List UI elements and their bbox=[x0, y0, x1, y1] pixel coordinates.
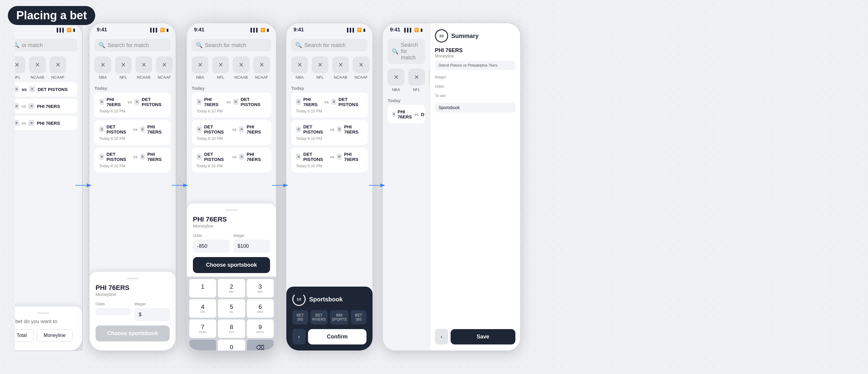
search-icon-1: 🔍 bbox=[13, 42, 19, 49]
team2-1-1: DET PISTONS bbox=[38, 87, 68, 92]
cat-label-nfl: NFL bbox=[13, 75, 21, 80]
back-btn-5[interactable]: ‹ bbox=[435, 329, 448, 344]
numpad-3: 1 2ABC 3DEF 4GHI 5JKL 6MNO 7PQRS 8TUV 9W… bbox=[187, 277, 276, 350]
match-3-1[interactable]: ✕ PHI 76ERS vs ✕ DET PISTONS Today 6:10 … bbox=[192, 93, 271, 118]
summary-title: Summary bbox=[451, 33, 478, 39]
sportsbook-sheet-4: 1/2 Sportsbook BET 365 BET RIVERS 888 SP… bbox=[286, 287, 373, 350]
key-8[interactable]: 8TUV bbox=[218, 319, 245, 338]
key-2[interactable]: 2ABC bbox=[218, 279, 245, 298]
moneyline-btn[interactable]: Moneyline bbox=[37, 330, 73, 341]
match-row-1-1[interactable]: ✕ vs ✕ DET PISTONS bbox=[8, 82, 78, 96]
bet-type-question: of bet do you want to bbox=[10, 318, 76, 324]
bet-type-sheet: of bet do you want to Total Moneyline bbox=[4, 307, 82, 350]
key-0[interactable]: 0 bbox=[218, 340, 245, 350]
summary-header: 2/2 Summary bbox=[435, 29, 516, 42]
battery-icon: ▮ bbox=[73, 28, 75, 32]
search-ph-2: Search for match bbox=[107, 42, 149, 49]
cat-ncaaf-2[interactable]: ✕NCAAF bbox=[156, 56, 173, 80]
phone-3: 9:41 ▌▌▌🛜▮ 🔍 Search for match ✕NBA ✕NFL … bbox=[186, 23, 277, 351]
key-1[interactable]: 1 bbox=[189, 279, 216, 298]
save-btn-5[interactable]: Save bbox=[451, 329, 516, 344]
wager-group-2: Wager $ bbox=[134, 302, 170, 321]
vs-1-2: vs bbox=[22, 104, 26, 108]
summary-sportsbook-value: Sportsbook bbox=[435, 103, 516, 113]
sb-opt-3[interactable]: 888 SPORTS bbox=[330, 310, 348, 324]
key-empty bbox=[189, 340, 216, 350]
choose-sportsbook-btn-3[interactable]: Choose sportsbook bbox=[193, 257, 270, 273]
bet-form-active-3: PHI 76ERS Moneyline Odds -850 Wager $100… bbox=[187, 204, 276, 350]
confirm-row-4: ‹ Confirm bbox=[292, 329, 367, 344]
match-5-1[interactable]: ✕ PHI 76ERS vs D bbox=[388, 105, 425, 124]
phone-1: ▌▌▌ 🛜 ▮ 🔍 or match ✕ NFL ✕ NCAAB ✕ NCAAF bbox=[3, 23, 83, 351]
key-9[interactable]: 9WXYZ bbox=[247, 319, 274, 338]
cat-label-ncaab: NCAAB bbox=[31, 75, 44, 80]
cat-label-ncaaf: NCAAF bbox=[51, 75, 64, 80]
match-row-1-2[interactable]: ✕ vs ✕ PHI 76ERS bbox=[8, 99, 78, 113]
sb-opt-4[interactable]: BET 365 bbox=[351, 310, 367, 324]
wager-display-3[interactable]: $100 bbox=[233, 240, 270, 253]
match-4-1[interactable]: ✕ PHI 76ERS vs ✕ DET PISTONS Today 6:10 … bbox=[291, 93, 368, 118]
search-icon-2: 🔍 bbox=[98, 42, 105, 49]
key-backspace[interactable]: ⌫ bbox=[247, 340, 274, 350]
progress-circle-4: 1/2 bbox=[292, 293, 306, 306]
search-bar-1[interactable]: 🔍 or match bbox=[8, 39, 78, 52]
choose-sportsbook-btn-2[interactable]: Choose sportsbook bbox=[96, 325, 170, 341]
match-4-2[interactable]: ✕ DET PISTONS vs ✕ PHI 76ERS Today 6:10 … bbox=[291, 120, 368, 145]
cat-ncaab[interactable]: ✕ NCAAB bbox=[29, 56, 46, 80]
key-5[interactable]: 5JKL bbox=[218, 299, 245, 318]
wager-input-2[interactable]: $ bbox=[134, 308, 170, 321]
match-x-5: ✕ bbox=[13, 120, 19, 126]
bet-form-type-2: Moneyline bbox=[96, 292, 170, 297]
odds-group-2: Odds bbox=[96, 302, 131, 321]
status-icons-2: ▌▌▌🛜▮ bbox=[150, 28, 168, 32]
match-x-4: ✕ bbox=[28, 103, 34, 109]
sb-opt-1[interactable]: BET 365 bbox=[292, 310, 308, 324]
match-2-2[interactable]: ✕ DET PISTONS vs ✕ PHI 76ERS Today 6:10 … bbox=[94, 120, 171, 145]
cat-nfl-2[interactable]: ✕NFL bbox=[115, 56, 132, 80]
section-today-2: Today bbox=[90, 82, 176, 93]
match-4-3[interactable]: ✕ DET PISTONS vs ✕ PHI 76ERS Today 6:10 … bbox=[291, 147, 368, 173]
phone-2: 9:41 ▌▌▌🛜▮ 🔍 Search for match ✕NBA ✕NFL … bbox=[89, 23, 176, 351]
cat-ncaaf[interactable]: ✕ NCAAF bbox=[50, 56, 66, 80]
match-row-1-3[interactable]: ✕ vs ✕ PHI 76ERS bbox=[8, 116, 78, 130]
match-2-3[interactable]: ✕ DET PISTONS vs ✕ PHI 76ERS Today 6:10 … bbox=[94, 147, 171, 173]
search-bar-4[interactable]: 🔍 Search for match bbox=[291, 39, 368, 52]
key-7[interactable]: 7PQRS bbox=[189, 319, 216, 338]
team2-1-3: PHI 76ERS bbox=[37, 121, 60, 126]
confirm-btn-4[interactable]: Confirm bbox=[308, 329, 367, 344]
phone-4: 9:41 ▌▌▌🛜▮ 🔍 Search for match ✕NBA ✕NFL … bbox=[286, 23, 373, 351]
match-3-2[interactable]: ✕ DET PISTONS vs ✕ PHI 76ERS Today 6:10 … bbox=[192, 120, 271, 145]
key-4[interactable]: 4GHI bbox=[189, 299, 216, 318]
match-2-1[interactable]: ✕ PHI 76ERS vs ✕ DET PISTONS Today 6:10 … bbox=[94, 93, 171, 118]
back-btn-4[interactable]: ‹ bbox=[292, 329, 306, 344]
cat-ncaab-2[interactable]: ✕NCAAB bbox=[135, 56, 152, 80]
total-btn[interactable]: Total bbox=[10, 330, 34, 341]
search-bar-3[interactable]: 🔍 Search for match bbox=[192, 39, 271, 52]
cat-tabs-5: ✕NBA ✕NFL ✕NCAAB bbox=[383, 66, 430, 94]
sportsbook-title-4: Sportsbook bbox=[309, 296, 343, 303]
match-x-6: ✕ bbox=[28, 120, 34, 126]
cat-tabs-4: ✕NBA ✕NFL ✕NCAAB ✕NCAAF bbox=[286, 54, 373, 82]
cat-tabs-3: ✕NBA ✕NFL ✕NCAAB ✕NCAAF bbox=[187, 54, 276, 82]
odds-display-3[interactable]: -850 bbox=[193, 240, 230, 253]
signal-icon: ▌▌▌ bbox=[57, 28, 65, 32]
match-3-3[interactable]: ✕ DET PISTONS vs ✕ PHI 76ERS Today 6:10 … bbox=[192, 147, 271, 173]
summary-wager-field: Wager bbox=[435, 75, 516, 81]
summary-towin-field: To win bbox=[435, 93, 516, 99]
odds-wager-2: Odds Wager $ bbox=[96, 302, 170, 321]
sb-opt-2[interactable]: BET RIVERS bbox=[310, 310, 328, 324]
search-icon-3: 🔍 bbox=[196, 42, 203, 49]
team1-1-1: vs bbox=[22, 87, 27, 92]
bet-form-sheet-2: PHI 76ERS Moneyline Odds Wager $ Choose … bbox=[90, 272, 176, 350]
key-3[interactable]: 3DEF bbox=[247, 279, 274, 298]
match-x-3: ✕ bbox=[13, 103, 19, 109]
sportsbook-options-4: BET 365 BET RIVERS 888 SPORTS BET 365 bbox=[292, 310, 367, 324]
cat-nfl[interactable]: ✕ NFL bbox=[8, 56, 25, 80]
cat-nba-2[interactable]: ✕NBA bbox=[94, 56, 111, 80]
page-title: Placing a bet bbox=[8, 6, 95, 25]
search-bar-5[interactable]: 🔍 Search for match bbox=[388, 39, 425, 64]
key-6[interactable]: 6MNO bbox=[247, 299, 274, 318]
summary-moneyline: Moneyline bbox=[435, 54, 516, 59]
search-bar-2[interactable]: 🔍 Search for match bbox=[94, 39, 171, 52]
odds-input-2[interactable] bbox=[96, 308, 131, 315]
